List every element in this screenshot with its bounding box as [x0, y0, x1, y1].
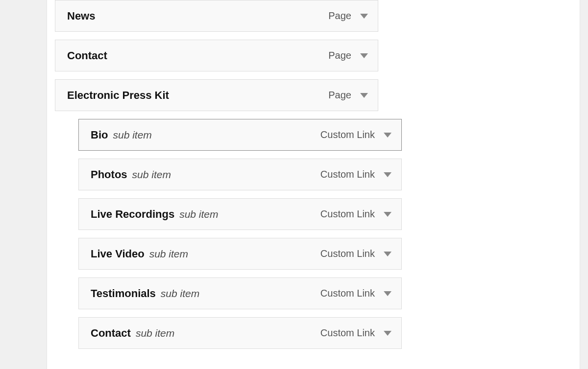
- menu-item-title: Contact: [91, 327, 131, 340]
- menu-editor-panel: News Page Contact Page Electronic Press …: [47, 0, 580, 369]
- menu-item-left: Bio sub item: [91, 129, 152, 141]
- menu-item-photos[interactable]: Photos sub item Custom Link: [78, 159, 402, 190]
- menu-item-subtitle: sub item: [132, 169, 171, 181]
- menu-item-right: Page: [328, 90, 368, 101]
- menu-item-right: Custom Link: [320, 327, 392, 339]
- menu-item-left: Electronic Press Kit: [67, 89, 169, 102]
- menu-item-testimonials[interactable]: Testimonials sub item Custom Link: [78, 277, 402, 309]
- chevron-down-icon[interactable]: [384, 291, 392, 296]
- menu-item-title: News: [67, 10, 95, 23]
- menu-item-title: Contact: [67, 49, 107, 62]
- chevron-down-icon[interactable]: [384, 133, 392, 138]
- chevron-down-icon[interactable]: [384, 252, 392, 256]
- menu-item-left: News: [67, 10, 95, 23]
- menu-item-live-video[interactable]: Live Video sub item Custom Link: [78, 238, 402, 270]
- menu-item-left: Contact: [67, 49, 107, 62]
- menu-item-subtitle: sub item: [113, 129, 151, 141]
- menu-item-title: Electronic Press Kit: [67, 89, 169, 102]
- menu-item-type: Page: [328, 90, 351, 101]
- menu-item-title: Testimonials: [91, 287, 156, 300]
- menu-item-type: Custom Link: [320, 248, 375, 259]
- menu-item-right: Custom Link: [320, 169, 392, 180]
- chevron-down-icon[interactable]: [360, 93, 368, 98]
- menu-item-type: Custom Link: [320, 288, 375, 299]
- chevron-down-icon[interactable]: [360, 14, 368, 19]
- chevron-down-icon[interactable]: [384, 172, 392, 177]
- menu-item-electronic-press-kit[interactable]: Electronic Press Kit Page: [55, 79, 378, 111]
- menu-item-type: Page: [328, 50, 351, 61]
- menu-item-contact[interactable]: Contact Page: [55, 40, 378, 71]
- menu-item-type: Custom Link: [320, 169, 375, 180]
- menu-item-live-recordings[interactable]: Live Recordings sub item Custom Link: [78, 198, 402, 230]
- menu-item-type: Custom Link: [320, 129, 375, 140]
- menu-item-type: Custom Link: [320, 208, 375, 220]
- menu-item-left: Photos sub item: [91, 168, 171, 181]
- chevron-down-icon[interactable]: [384, 331, 392, 336]
- menu-item-title: Live Recordings: [91, 208, 174, 221]
- menu-item-right: Custom Link: [320, 129, 392, 140]
- menu-item-right: Custom Link: [320, 208, 392, 220]
- menu-item-left: Testimonials sub item: [91, 287, 199, 300]
- menu-item-right: Custom Link: [320, 288, 392, 299]
- menu-item-left: Live Recordings sub item: [91, 208, 219, 221]
- menu-item-subtitle: sub item: [179, 208, 218, 220]
- menu-item-bio[interactable]: Bio sub item Custom Link: [78, 119, 402, 151]
- menu-item-left: Contact sub item: [91, 327, 174, 340]
- menu-item-title: Bio: [91, 129, 108, 141]
- menu-item-right: Page: [328, 10, 368, 22]
- menu-item-title: Photos: [91, 168, 127, 181]
- chevron-down-icon[interactable]: [360, 53, 368, 58]
- menu-items-list: News Page Contact Page Electronic Press …: [55, 0, 572, 349]
- menu-item-title: Live Video: [91, 248, 145, 260]
- menu-item-right: Custom Link: [320, 248, 392, 259]
- menu-item-subtitle: sub item: [161, 288, 199, 300]
- menu-item-right: Page: [328, 50, 368, 61]
- chevron-down-icon[interactable]: [384, 212, 392, 217]
- menu-item-subtitle: sub item: [149, 248, 188, 260]
- menu-item-type: Page: [328, 10, 351, 22]
- menu-item-left: Live Video sub item: [91, 248, 188, 260]
- menu-item-subtitle: sub item: [136, 327, 174, 339]
- menu-item-news[interactable]: News Page: [55, 0, 378, 32]
- menu-item-type: Custom Link: [320, 327, 375, 339]
- menu-item-contact-sub[interactable]: Contact sub item Custom Link: [78, 317, 402, 349]
